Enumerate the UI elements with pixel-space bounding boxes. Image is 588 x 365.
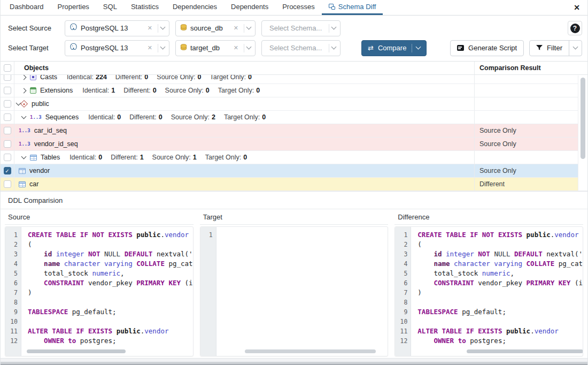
comparison-result-cell — [474, 151, 578, 164]
table-row-tables[interactable]: TablesIdentical:0Different:1Source Only:… — [1, 151, 587, 164]
table-row-casts[interactable]: CastsIdentical:224Different:0Source Only… — [1, 75, 587, 84]
horizontal-scrollbar-thumb[interactable] — [467, 349, 583, 353]
tab-processes[interactable]: Processes — [275, 0, 322, 15]
chevron-down-icon[interactable] — [246, 25, 252, 30]
filter-button[interactable]: Filter — [530, 41, 569, 56]
generate-script-button[interactable]: Generate Script — [450, 40, 524, 56]
tab-dashboard[interactable]: Dashboard — [3, 0, 51, 15]
count-label: Source Only: — [157, 75, 195, 81]
sql-token: public — [506, 327, 530, 335]
chevron-down-icon[interactable] — [246, 44, 252, 50]
row-checkbox[interactable] — [4, 113, 11, 121]
row-checkbox[interactable] — [4, 87, 11, 94]
target-schema-select[interactable]: Select Schema... — [261, 40, 341, 56]
icon-part: ..3 — [21, 128, 30, 133]
chevron-right-icon[interactable] — [21, 88, 27, 93]
source-row: Select Source PostgreSQL 13 ✕ source_db … — [1, 18, 587, 38]
sql-token — [28, 337, 44, 345]
line-number-gutter: 1 — [200, 227, 216, 356]
sql-token: TABLE — [446, 231, 466, 239]
divider — [412, 44, 412, 52]
bottom-scrollbar-strip[interactable] — [1, 358, 587, 365]
vertical-scrollbar-thumb[interactable] — [581, 78, 585, 159]
tab-properties[interactable]: Properties — [51, 0, 96, 15]
tab-sql[interactable]: SQL — [96, 0, 124, 15]
ddl-editor-target[interactable]: 1 — [200, 226, 389, 356]
chevron-down-icon[interactable] — [21, 154, 27, 159]
tab-dependents[interactable]: Dependents — [224, 0, 275, 15]
count-label: Target Only: — [205, 154, 241, 161]
table-icon — [19, 168, 26, 174]
row-checkbox[interactable] — [4, 180, 11, 188]
ddl-editor-difference[interactable]: 123456789101112CREATE TABLE IF NOT EXIST… — [394, 226, 583, 356]
sql-token: KEY — [168, 279, 181, 287]
line-number: 4 — [5, 259, 21, 269]
horizontal-scrollbar-thumb[interactable] — [27, 349, 126, 353]
row-checkbox[interactable]: ✓ — [4, 167, 11, 174]
sql-token: ALTER — [28, 327, 48, 335]
row-checkbox[interactable] — [4, 100, 11, 108]
sql-token: , — [510, 269, 514, 277]
row-checkbox[interactable] — [4, 140, 11, 148]
divider — [244, 24, 244, 33]
ddl-column-source: Source123456789101112CREATE TABLE IF NOT… — [5, 209, 194, 356]
table-icon — [30, 155, 37, 161]
close-icon[interactable]: ✕ — [574, 4, 580, 11]
row-checkbox-cell — [1, 138, 14, 150]
sql-token — [442, 231, 446, 239]
tab-label: Dependencies — [173, 3, 217, 11]
tab-dependencies[interactable]: Dependencies — [166, 0, 224, 15]
line-number-gutter: 123456789101112 — [5, 227, 21, 356]
clear-icon[interactable]: ✕ — [148, 25, 152, 32]
source-server-select[interactable]: PostgreSQL 13 ✕ — [65, 20, 169, 36]
sql-token: CREATE — [417, 231, 442, 239]
row-checkbox[interactable] — [4, 154, 11, 161]
sql-token: to — [458, 337, 466, 345]
table-row-public[interactable]: public — [1, 97, 587, 111]
line-number: 3 — [395, 249, 411, 259]
source-schema-select[interactable]: Select Schema... — [261, 20, 341, 36]
table-row-sequences[interactable]: 1..3SequencesIdentical:0Different:0Sourc… — [1, 111, 587, 124]
tab-schema-diff[interactable]: Schema Diff — [322, 0, 383, 15]
target-database-select[interactable]: target_db ✕ — [175, 40, 256, 56]
line-number: 1 — [200, 230, 216, 240]
help-button[interactable]: ? — [568, 21, 582, 35]
sql-token: EXISTS — [88, 327, 112, 335]
vertical-scrollbar[interactable] — [578, 75, 587, 191]
code-line: total_stock numeric, — [28, 269, 193, 278]
tab-statistics[interactable]: Statistics — [124, 0, 166, 15]
divider — [329, 44, 329, 52]
horizontal-scrollbar-thumb[interactable] — [245, 349, 376, 353]
compare-dropdown-chevron-icon[interactable] — [416, 44, 421, 50]
source-database-select[interactable]: source_db ✕ — [175, 20, 256, 36]
chevron-down-icon[interactable] — [331, 44, 337, 50]
table-row-vendor[interactable]: ✓vendorSource Only — [1, 164, 587, 178]
select-all-checkbox[interactable] — [4, 64, 11, 72]
ddl-editor-source[interactable]: 123456789101112CREATE TABLE IF NOT EXIST… — [5, 226, 194, 356]
chevron-right-icon[interactable] — [21, 75, 27, 80]
count-different: Different:0 — [129, 113, 162, 121]
chevron-down-icon[interactable] — [21, 114, 27, 119]
code-line: TABLESPACE pg_default; — [28, 307, 193, 317]
divider — [158, 44, 158, 52]
chevron-down-icon[interactable] — [160, 25, 166, 30]
target-server-select[interactable]: PostgreSQL 13 ✕ — [65, 40, 169, 56]
clear-icon[interactable]: ✕ — [148, 44, 152, 51]
chevron-down-icon[interactable] — [160, 44, 166, 50]
select-source-label: Select Source — [8, 24, 65, 32]
row-content: car — [14, 178, 474, 191]
table-row-vendor-id-seq[interactable]: 1..3vendor_id_seqSource Only — [1, 138, 587, 151]
count-source-only: Source Only:0 — [157, 75, 201, 81]
table-row-car-id-seq[interactable]: 1..3car_id_seqSource Only — [1, 124, 587, 138]
row-checkbox[interactable] — [4, 127, 11, 134]
table-row-car[interactable]: carDifferent — [1, 178, 587, 191]
chevron-down-icon[interactable] — [331, 25, 337, 30]
sql-token: pg_default; — [68, 308, 116, 316]
clear-icon[interactable]: ✕ — [234, 25, 238, 32]
table-row-extensions[interactable]: ExtensionsIdentical:1Different:0Source O… — [1, 84, 587, 97]
row-checkbox[interactable] — [4, 75, 11, 81]
compare-button[interactable]: ⇄ Compare — [361, 40, 427, 56]
filter-dropdown-toggle[interactable] — [569, 41, 582, 56]
clear-icon[interactable]: ✕ — [234, 44, 238, 51]
sql-token: CONSTRAINT — [44, 279, 84, 287]
